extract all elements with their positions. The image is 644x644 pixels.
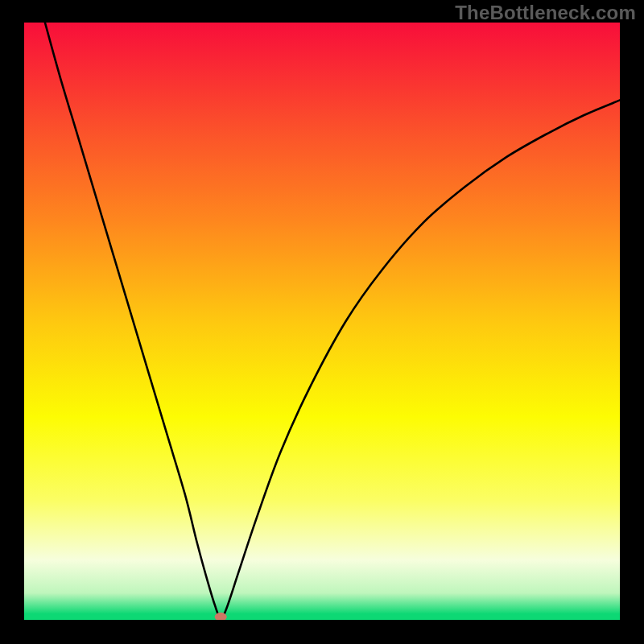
chart-svg xyxy=(24,23,620,620)
chart-container: TheBottleneck.com xyxy=(0,0,644,644)
plot-area xyxy=(24,23,620,620)
watermark-text: TheBottleneck.com xyxy=(455,2,636,24)
gradient-background xyxy=(24,23,620,620)
